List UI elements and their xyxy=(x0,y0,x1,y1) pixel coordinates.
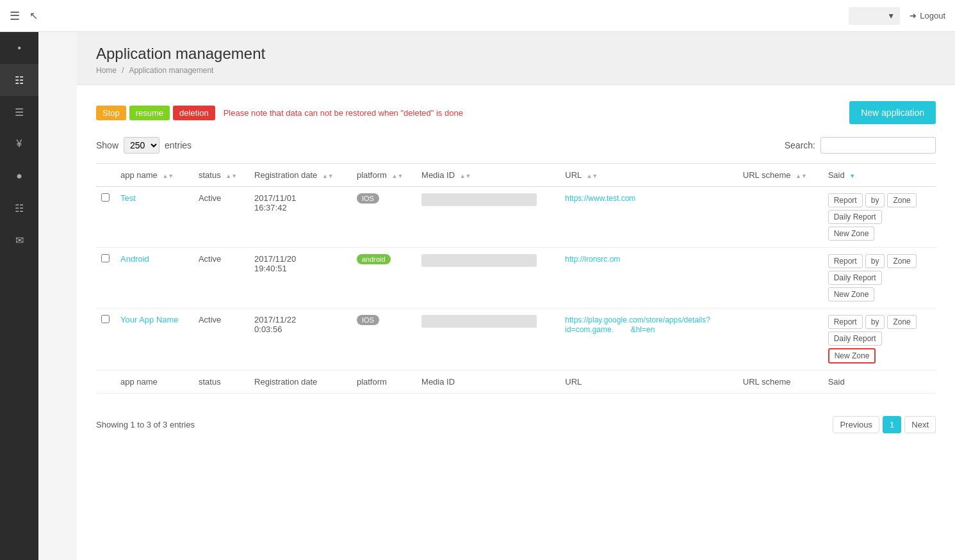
entries-select[interactable]: 250 100 50 25 10 xyxy=(124,137,159,154)
row-media-id xyxy=(416,187,560,248)
sidebar-list-icon[interactable]: ☰ xyxy=(0,96,38,128)
actions-cell: ReportbyZoneDaily ReportNew Zone xyxy=(828,254,931,301)
row-checkbox[interactable] xyxy=(101,315,110,323)
tf-said: Said xyxy=(823,371,936,394)
zone-button[interactable]: Zone xyxy=(887,193,916,207)
action-bar: Stop resume deletion Please note that da… xyxy=(96,101,936,124)
zone-button[interactable]: Zone xyxy=(887,315,916,329)
page-1-button[interactable]: 1 xyxy=(883,416,901,433)
stop-badge[interactable]: Stop xyxy=(96,106,126,120)
row-app-name: Test xyxy=(115,187,193,248)
sidebar-user-icon[interactable]: ● xyxy=(0,160,38,192)
user-dropdown[interactable]: ▼ xyxy=(849,7,900,25)
previous-button[interactable]: Previous xyxy=(833,416,879,433)
row-checkbox-cell xyxy=(96,308,115,371)
entries-label: entries xyxy=(165,140,192,150)
sort-arrows-media-id: ▲▼ xyxy=(460,173,471,179)
topbar-right: ▼ ➜ Logout xyxy=(849,7,945,25)
daily-report-button[interactable]: Daily Report xyxy=(828,210,882,224)
tf-checkbox xyxy=(96,371,115,394)
show-entries: Show 250 100 50 25 10 entries xyxy=(96,137,192,154)
media-id-bar xyxy=(421,193,537,206)
row-platform: IOS xyxy=(352,187,416,248)
logout-icon: ➜ xyxy=(910,11,917,20)
action-row-1: ReportbyZone xyxy=(828,193,931,207)
report-button[interactable]: Report xyxy=(828,254,863,268)
platform-badge: IOS xyxy=(357,315,379,325)
by-button[interactable]: by xyxy=(865,193,885,207)
topbar: ☰ ↖ ▼ ➜ Logout xyxy=(0,0,955,32)
row-checkbox[interactable] xyxy=(101,193,110,202)
by-button[interactable]: by xyxy=(865,315,885,329)
th-app-name[interactable]: app name ▲▼ xyxy=(115,164,193,187)
new-application-button[interactable]: New application xyxy=(849,101,936,124)
next-button[interactable]: Next xyxy=(904,416,936,433)
app-name-link[interactable]: Your App Name xyxy=(120,315,179,324)
url-link[interactable]: http://ironsrc.om xyxy=(565,255,620,264)
daily-report-button[interactable]: Daily Report xyxy=(828,332,882,346)
search-input[interactable] xyxy=(820,137,936,154)
logout-button[interactable]: ➜ Logout xyxy=(910,11,945,20)
tf-url-scheme: URL scheme xyxy=(738,371,823,394)
sidebar-doc-icon[interactable]: ☷ xyxy=(0,192,38,224)
sidebar-chart-icon[interactable]: ▪ xyxy=(0,32,38,64)
th-status[interactable]: status ▲▼ xyxy=(193,164,249,187)
search-box: Search: xyxy=(785,137,936,154)
action-row-1: ReportbyZone xyxy=(828,315,931,329)
row-url-scheme xyxy=(738,187,823,248)
logout-label: Logout xyxy=(920,11,945,20)
app-name-link[interactable]: Android xyxy=(120,254,149,264)
zone-button[interactable]: Zone xyxy=(887,254,916,268)
data-table: app name ▲▼ status ▲▼ Registration date … xyxy=(96,163,936,394)
pagination-bar: Showing 1 to 3 of 3 entries Previous 1 N… xyxy=(96,406,936,433)
report-button[interactable]: Report xyxy=(828,315,863,329)
action-row-2: Daily Report xyxy=(828,332,931,346)
new-zone-button[interactable]: New Zone xyxy=(828,348,876,364)
th-registration-date[interactable]: Registration date ▲▼ xyxy=(249,164,352,187)
row-actions: ReportbyZoneDaily ReportNew Zone xyxy=(823,248,936,308)
sort-arrows-said: ▼ xyxy=(849,173,855,179)
row-actions: ReportbyZoneDaily ReportNew Zone xyxy=(823,187,936,248)
th-url[interactable]: URL ▲▼ xyxy=(560,164,738,187)
resume-badge[interactable]: resume xyxy=(129,106,170,120)
sidebar-yen-icon[interactable]: ¥ xyxy=(0,128,38,160)
url-link[interactable]: https://play.google.com/store/apps/detai… xyxy=(565,316,710,334)
expand-icon[interactable]: ↖ xyxy=(29,10,38,22)
by-button[interactable]: by xyxy=(865,254,885,268)
table-controls: Show 250 100 50 25 10 entries Search: xyxy=(96,137,936,154)
th-said[interactable]: Said ▼ xyxy=(823,164,936,187)
row-app-name: Your App Name xyxy=(115,308,193,371)
new-zone-button[interactable]: New Zone xyxy=(828,287,875,301)
deletion-badge[interactable]: deletion xyxy=(173,106,215,120)
url-link[interactable]: https://www.test.com xyxy=(565,194,635,203)
action-note: Please note that data can not be restore… xyxy=(224,108,463,118)
row-media-id xyxy=(416,308,560,371)
daily-report-button[interactable]: Daily Report xyxy=(828,271,882,285)
th-platform[interactable]: platform ▲▼ xyxy=(352,164,416,187)
breadcrumb: Home / Application management xyxy=(96,66,936,75)
table-header-row: app name ▲▼ status ▲▼ Registration date … xyxy=(96,164,936,187)
th-media-id[interactable]: Media ID ▲▼ xyxy=(416,164,560,187)
row-url-scheme xyxy=(738,308,823,371)
hamburger-icon[interactable]: ☰ xyxy=(10,9,20,23)
sidebar-apps-icon[interactable]: ☷ xyxy=(0,64,38,96)
action-row-3: New Zone xyxy=(828,348,931,364)
table-row: AndroidActive2017/11/20 19:40:51androidh… xyxy=(96,248,936,308)
media-id-bar xyxy=(421,315,537,328)
action-badges: Stop resume deletion Please note that da… xyxy=(96,106,849,120)
row-app-name: Android xyxy=(115,248,193,308)
app-name-link[interactable]: Test xyxy=(120,193,136,203)
row-media-id xyxy=(416,248,560,308)
row-url: https://www.test.com xyxy=(560,187,738,248)
page-title: Application management xyxy=(96,45,936,63)
row-url: https://play.google.com/store/apps/detai… xyxy=(560,308,738,371)
sidebar-mail-icon[interactable]: ✉ xyxy=(0,224,38,256)
page-header: Application management Home / Applicatio… xyxy=(77,32,955,85)
row-checkbox[interactable] xyxy=(101,254,110,262)
th-url-scheme[interactable]: URL scheme ▲▼ xyxy=(738,164,823,187)
report-button[interactable]: Report xyxy=(828,193,863,207)
breadcrumb-home[interactable]: Home xyxy=(96,66,117,75)
actions-cell: ReportbyZoneDaily ReportNew Zone xyxy=(828,315,931,364)
new-zone-button[interactable]: New Zone xyxy=(828,227,875,241)
row-registration-date: 2017/11/22 0:03:56 xyxy=(249,308,352,371)
